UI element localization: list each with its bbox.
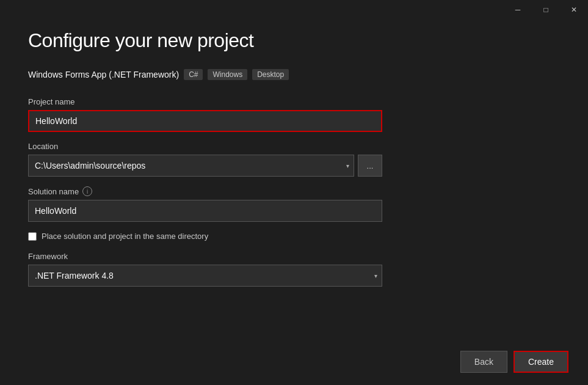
same-directory-checkbox[interactable] <box>28 232 37 241</box>
project-name-group: Project name <box>28 97 382 132</box>
framework-label: Framework <box>28 252 382 261</box>
close-button[interactable]: ✕ <box>560 0 588 20</box>
location-label: Location <box>28 142 382 151</box>
bottom-bar: Back Create <box>441 339 588 385</box>
location-row: ▾ ... <box>28 155 382 177</box>
back-button[interactable]: Back <box>460 351 507 373</box>
framework-select-wrap: .NET Framework 4.8 ▾ <box>28 265 382 287</box>
location-group: Location ▾ ... <box>28 142 382 177</box>
badge-windows: Windows <box>208 69 247 80</box>
framework-group: Framework .NET Framework 4.8 ▾ <box>28 252 382 287</box>
title-bar: ─ □ ✕ <box>504 0 588 20</box>
badge-desktop: Desktop <box>252 69 289 80</box>
project-name-label: Project name <box>28 97 382 106</box>
location-input-wrap: ▾ <box>28 155 354 177</box>
browse-button[interactable]: ... <box>358 155 382 177</box>
create-button[interactable]: Create <box>514 351 568 373</box>
project-type-label: Windows Forms App (.NET Framework) <box>28 70 179 79</box>
minimize-button[interactable]: ─ <box>504 0 532 20</box>
solution-name-label: Solution name i <box>28 186 382 196</box>
solution-name-input[interactable] <box>28 200 382 222</box>
location-input[interactable] <box>28 155 354 177</box>
solution-name-group: Solution name i <box>28 186 382 222</box>
framework-select[interactable]: .NET Framework 4.8 <box>28 265 382 287</box>
same-directory-label[interactable]: Place solution and project in the same d… <box>42 232 208 241</box>
project-type-row: Windows Forms App (.NET Framework) C# Wi… <box>28 69 560 80</box>
checkbox-row: Place solution and project in the same d… <box>28 232 382 241</box>
solution-name-info-icon[interactable]: i <box>82 186 92 196</box>
main-content: Configure your new project Windows Forms… <box>0 0 588 321</box>
page-title: Configure your new project <box>28 29 560 52</box>
form-section: Project name Location ▾ ... Solution nam… <box>28 97 382 287</box>
maximize-button[interactable]: □ <box>532 0 560 20</box>
badge-csharp: C# <box>184 69 203 80</box>
project-name-input[interactable] <box>28 110 382 132</box>
